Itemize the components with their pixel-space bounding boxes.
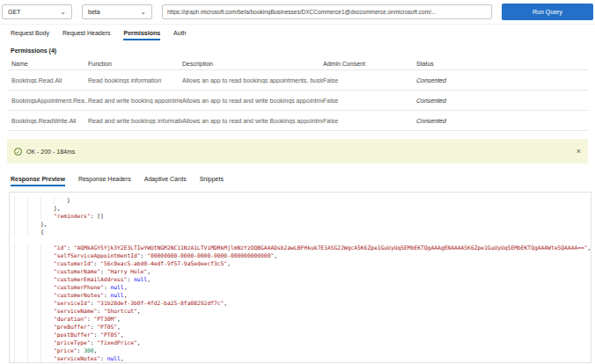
code-line: "preBuffer": "PT0S", [14,323,591,331]
indent-guide [14,259,27,267]
close-icon[interactable]: × [577,147,581,156]
code-line: }, [14,204,591,212]
indent-guide [27,220,40,228]
column-header: Name [7,61,88,67]
indent-guide [54,196,67,204]
version-select[interactable]: beta ⌄ [82,4,152,19]
table-cell: Read and write bookings information [88,118,182,124]
indent-guide [27,228,40,236]
code-line: "selfServiceAppointmentId": "00000000-00… [14,251,591,259]
url-input[interactable] [162,4,492,19]
indent-guide [14,339,27,346]
response-preview-editor[interactable]: }},"reminders": []},{"id": "AQMkAGY5Yjk3… [9,192,591,363]
indent-guide [27,212,40,220]
indent-guide [40,354,54,362]
indent-guide [14,299,27,307]
indent-guide [27,315,40,323]
table-cell: Allows an app to read bookings appointme… [182,77,323,84]
indent-guide [40,196,54,204]
indent-guide [40,307,54,315]
indent-guide [14,267,27,275]
code-line: "serviceId": "31b28def-3b0f-4fd2-ba25-8f… [14,299,591,307]
response-tabs: Response PreviewResponse HeadersAdaptive… [0,171,595,186]
permissions-title: Permissions (4) [11,47,595,54]
indent-guide [27,251,40,259]
code-line: "postBuffer": "PT0S", [14,331,591,339]
column-header: Description [182,61,323,67]
tab-response-headers[interactable]: Response Headers [78,176,131,186]
indent-guide [40,339,54,346]
indent-guide [27,299,40,307]
table-row: Bookings.Read.AllRead bookings informati… [7,70,588,91]
tab-response-preview[interactable]: Response Preview [11,176,65,186]
code-line: "id": "AQMkAGY5Yjk3Y2E3LTIwYWUtNGM2NC11N… [14,244,591,251]
indent-guide [40,291,54,299]
indent-guide [14,204,27,212]
indent-guide [14,212,27,220]
column-header: Function [88,61,182,67]
indent-guide [14,346,27,354]
code-line: "customerNotes": null, [14,291,591,299]
table-header-row: NameFunctionDescriptionAdmin ConsentStat… [7,58,588,70]
indent-guide [27,307,40,315]
chevron-down-icon: ⌄ [60,9,66,16]
status-banner: ✓ OK - 200 - 184ms × [7,139,588,164]
tab-request-headers[interactable]: Request Headers [62,30,110,40]
indent-guide [40,346,54,354]
indent-guide [40,299,54,307]
code-line [14,236,591,244]
indent-guide [40,323,54,331]
column-header: Status [416,61,588,67]
indent-guide [14,315,27,323]
indent-guide [14,283,27,291]
indent-guide [14,251,27,259]
table-row: Bookings.ReadWrite.AllRead and write boo… [7,111,588,131]
graph-explorer-app: GET ⌄ beta ⌄ Run Query Request BodyReque… [0,0,595,363]
table-cell: Allows an app to read and write bookings… [182,98,323,104]
indent-guide [14,307,27,315]
indent-guide [14,354,27,362]
indent-guide [27,362,40,363]
indent-guide [14,362,27,363]
run-query-button[interactable]: Run Query [502,4,593,20]
tab-snippets[interactable]: Snippets [200,176,224,186]
status-badge: Consented [416,77,588,84]
code-line: "serviceName": "Shortcut", [14,307,591,315]
indent-guide [27,196,40,204]
method-select[interactable]: GET ⌄ [2,4,72,19]
indent-guide [27,354,40,362]
indent-guide [40,283,54,291]
indent-guide [40,204,54,212]
indent-guide [14,323,27,331]
chevron-down-icon: ⌄ [140,9,146,16]
indent-guide [40,259,54,267]
column-header: Admin Consent [323,61,416,67]
table-cell: Bookings.ReadWrite.All [7,118,88,124]
tab-auth[interactable]: Auth [173,30,186,40]
code-line: "customerName": "Harry Hole", [14,267,591,275]
table-cell: False [323,118,416,124]
indent-guide [40,244,54,251]
indent-guide [14,244,27,251]
status-badge: Consented [416,118,588,124]
table-cell: Read and write booking appointme... [88,98,182,104]
indent-guide [27,331,40,339]
tab-permissions[interactable]: Permissions [123,30,160,40]
status-text: OK - 200 - 184ms [26,149,75,155]
table-cell: False [323,98,416,104]
indent-guide [27,259,40,267]
tab-request-body[interactable]: Request Body [11,30,49,40]
indent-guide [40,212,54,220]
indent-guide [27,291,40,299]
table-cell: Allows an app to read and write Bookings… [182,118,323,124]
indent-guide [14,196,27,204]
tab-adaptive-cards[interactable]: Adaptive Cards [144,176,187,186]
indent-guide [27,339,40,346]
indent-guide [40,362,54,363]
code-line: "customerId": "56c0eac5-abd0-4edf-9f57-9… [14,259,591,267]
table-row: BookingsAppointment.Rea...Read and write… [7,91,588,111]
version-select-value: beta [88,9,100,15]
table-cell: False [323,77,416,84]
indent-guide [40,315,54,323]
indent-guide [40,275,54,283]
